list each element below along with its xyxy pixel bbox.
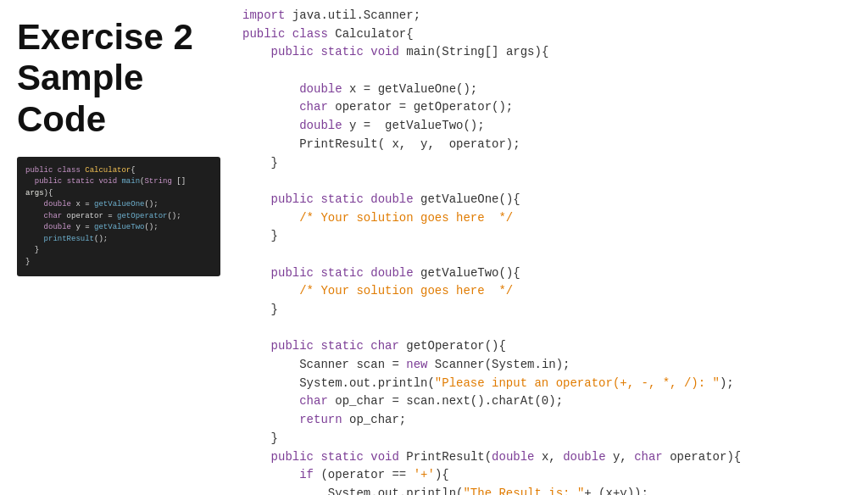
code-thumbnail: public class Calculator{ public static v…: [17, 157, 220, 277]
code-display: import java.util.Scanner; public class C…: [242, 7, 854, 495]
exercise-title: Exercise 2 Sample Code: [17, 17, 212, 140]
right-panel: import java.util.Scanner; public class C…: [229, 0, 868, 495]
left-panel: Exercise 2 Sample Code public class Calc…: [0, 0, 229, 495]
